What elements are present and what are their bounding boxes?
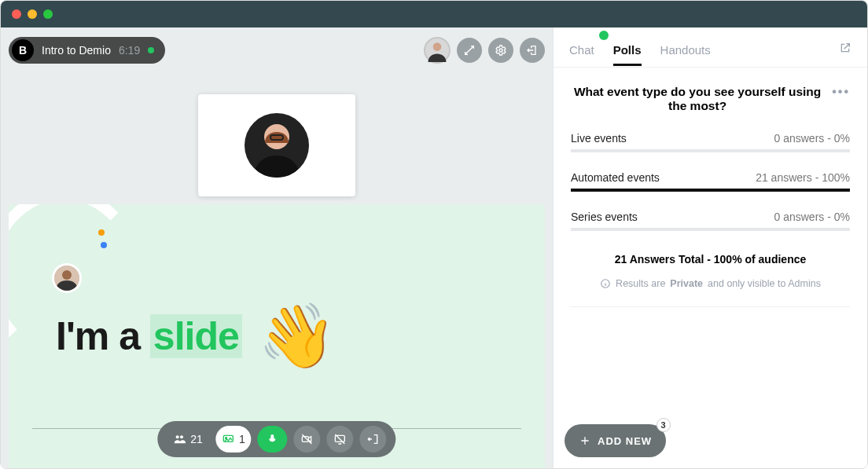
panel-tabs: Chat Polls Handouts bbox=[554, 27, 867, 67]
decorative-dot-blue bbox=[101, 242, 107, 248]
exit-button[interactable] bbox=[520, 38, 545, 63]
slide-text-highlight: slide bbox=[150, 314, 242, 358]
poll-option-label: Automated events bbox=[571, 171, 660, 184]
svg-point-6 bbox=[62, 270, 72, 280]
add-new-button[interactable]: ADD NEW 3 bbox=[565, 424, 666, 457]
side-panel: Chat Polls Handouts What event type do y… bbox=[553, 27, 867, 468]
poll-option-result: 0 answers - 0% bbox=[774, 132, 850, 145]
tab-chat[interactable]: Chat bbox=[569, 43, 594, 66]
tab-handouts[interactable]: Handouts bbox=[660, 43, 711, 66]
presenter-avatar-button[interactable] bbox=[424, 37, 451, 64]
info-icon bbox=[600, 278, 611, 289]
window-minimize-button[interactable] bbox=[28, 9, 37, 19]
svg-point-0 bbox=[433, 42, 442, 51]
live-indicator bbox=[148, 47, 154, 53]
poll-privacy-note: Results are Private and only visible to … bbox=[571, 278, 850, 289]
decorative-dot-orange bbox=[98, 229, 105, 236]
poll-panel: What event type do you see yourself usin… bbox=[554, 68, 867, 468]
session-time: 6:19 bbox=[119, 44, 140, 57]
attendees-chip[interactable]: 21 bbox=[167, 426, 209, 453]
tab-polls[interactable]: Polls bbox=[613, 43, 642, 66]
titlebar bbox=[1, 1, 867, 27]
attendees-count: 21 bbox=[190, 433, 203, 445]
svg-point-1 bbox=[499, 49, 502, 52]
poll-option-result: 0 answers - 0% bbox=[774, 211, 850, 223]
poll-privacy-prefix: Results are bbox=[616, 278, 665, 289]
add-new-label: ADD NEW bbox=[598, 435, 652, 447]
leave-button[interactable] bbox=[360, 426, 387, 453]
poll-menu-button[interactable]: ••• bbox=[832, 85, 850, 99]
add-new-badge: 3 bbox=[657, 418, 671, 432]
popout-button[interactable] bbox=[839, 42, 851, 67]
session-badge: B bbox=[12, 39, 34, 61]
stage-bottom-toolbar: 21 1 bbox=[157, 421, 395, 457]
slides-chip[interactable]: 1 bbox=[215, 426, 252, 453]
fullscreen-button[interactable] bbox=[457, 38, 482, 63]
poll-option[interactable]: Series events 0 answers - 0% bbox=[571, 211, 850, 231]
presenter-camera-tile[interactable] bbox=[198, 94, 355, 196]
presenter-camera-avatar bbox=[245, 113, 309, 178]
chat-unread-indicator bbox=[599, 31, 609, 40]
screenshare-button[interactable] bbox=[327, 426, 354, 453]
settings-button[interactable] bbox=[488, 38, 513, 63]
svg-point-8 bbox=[180, 435, 183, 438]
camera-off-button[interactable] bbox=[294, 426, 321, 453]
poll-option-label: Live events bbox=[571, 132, 627, 145]
slides-count: 1 bbox=[239, 433, 245, 445]
poll-option-result: 21 answers - 100% bbox=[756, 171, 850, 184]
poll-question: What event type do you see yourself usin… bbox=[571, 85, 824, 113]
stage-top-controls bbox=[424, 37, 545, 64]
poll-option[interactable]: Automated events 21 answers - 100% bbox=[571, 171, 850, 192]
window-maximize-button[interactable] bbox=[43, 9, 53, 19]
wave-emoji: 👋 bbox=[258, 305, 337, 368]
poll-option[interactable]: Live events 0 answers - 0% bbox=[571, 132, 850, 152]
stage: B Intro to Demio 6:19 bbox=[1, 27, 553, 468]
session-title: Intro to Demio bbox=[42, 44, 111, 57]
attendee-avatar[interactable] bbox=[54, 266, 79, 291]
window-close-button[interactable] bbox=[12, 9, 21, 19]
session-pill[interactable]: B Intro to Demio 6:19 bbox=[9, 37, 165, 64]
svg-point-7 bbox=[176, 435, 179, 438]
plus-icon bbox=[579, 434, 591, 447]
stage-topbar: B Intro to Demio 6:19 bbox=[9, 37, 545, 64]
poll-option-label: Series events bbox=[571, 211, 638, 223]
app-window: B Intro to Demio 6:19 bbox=[0, 0, 868, 469]
poll-privacy-bold: Private bbox=[670, 278, 703, 289]
poll-privacy-suffix: and only visible to Admins bbox=[708, 278, 821, 289]
poll-totals: 21 Answers Total - 100% of audience bbox=[571, 253, 850, 266]
mic-button[interactable] bbox=[258, 426, 288, 453]
